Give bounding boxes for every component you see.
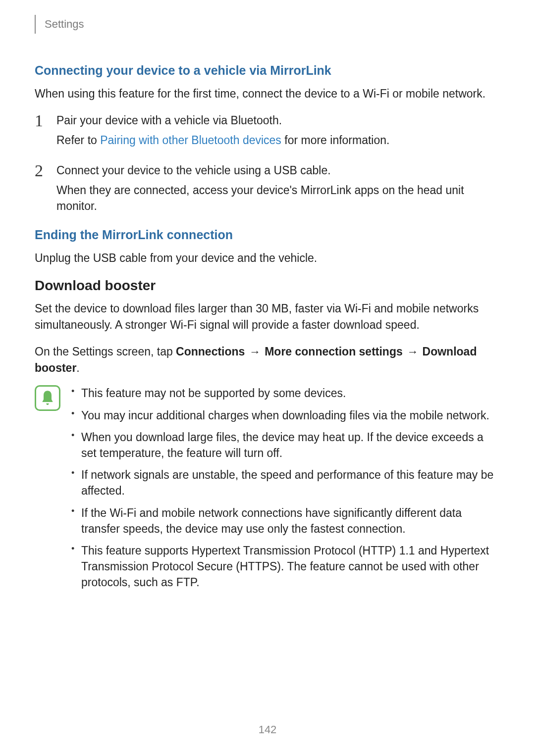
- note-block: This feature may not be supported by som…: [35, 385, 500, 596]
- note-list: This feature may not be supported by som…: [69, 385, 500, 596]
- note-item: If network signals are unstable, the spe…: [69, 467, 500, 499]
- nav-item: More connection settings: [265, 345, 403, 358]
- step-subtext: Refer to Pairing with other Bluetooth de…: [56, 132, 500, 148]
- step-number: 1: [35, 112, 56, 158]
- document-page: Settings Connecting your device to a veh…: [0, 0, 535, 596]
- bell-icon: [40, 389, 55, 407]
- period: .: [76, 361, 79, 374]
- page-number: 142: [0, 723, 535, 736]
- note-item: When you download large files, the devic…: [69, 429, 500, 461]
- paragraph: Unplug the USB cable from your device an…: [35, 250, 500, 266]
- nav-instruction: On the Settings screen, tap Connections …: [35, 344, 500, 377]
- note-item: This feature supports Hypertext Transmis…: [69, 543, 500, 591]
- section-heading-connecting: Connecting your device to a vehicle via …: [35, 63, 500, 78]
- heading-download-booster: Download booster: [35, 278, 500, 294]
- step-text: Pair your device with a vehicle via Blue…: [56, 112, 500, 128]
- nav-item: Connections: [176, 345, 245, 358]
- note-item: If the Wi-Fi and mobile network connecti…: [69, 505, 500, 537]
- note-icon: [35, 385, 60, 411]
- paragraph: Set the device to download files larger …: [35, 301, 500, 332]
- step-content: Pair your device with a vehicle via Blue…: [56, 112, 500, 158]
- step-content: Connect your device to the vehicle using…: [56, 162, 500, 224]
- breadcrumb: Settings: [35, 15, 84, 34]
- arrow-icon: →: [406, 345, 419, 358]
- text-prefix: On the Settings screen, tap: [35, 345, 176, 358]
- text-prefix: Refer to: [56, 134, 100, 147]
- step-1: 1 Pair your device with a vehicle via Bl…: [35, 112, 500, 158]
- link-bluetooth-pairing[interactable]: Pairing with other Bluetooth devices: [100, 134, 281, 147]
- section-heading-ending: Ending the MirrorLink connection: [35, 228, 500, 242]
- note-item: This feature may not be supported by som…: [69, 385, 500, 401]
- note-item: You may incur additional charges when do…: [69, 407, 500, 423]
- step-subtext: When they are connected, access your dev…: [56, 182, 500, 214]
- step-2: 2 Connect your device to the vehicle usi…: [35, 162, 500, 224]
- step-number: 2: [35, 162, 56, 224]
- paragraph: When using this feature for the first ti…: [35, 86, 500, 101]
- note-icon-wrapper: [35, 385, 61, 411]
- arrow-icon: →: [248, 345, 262, 358]
- text-suffix: for more information.: [281, 134, 390, 147]
- step-text: Connect your device to the vehicle using…: [56, 162, 500, 178]
